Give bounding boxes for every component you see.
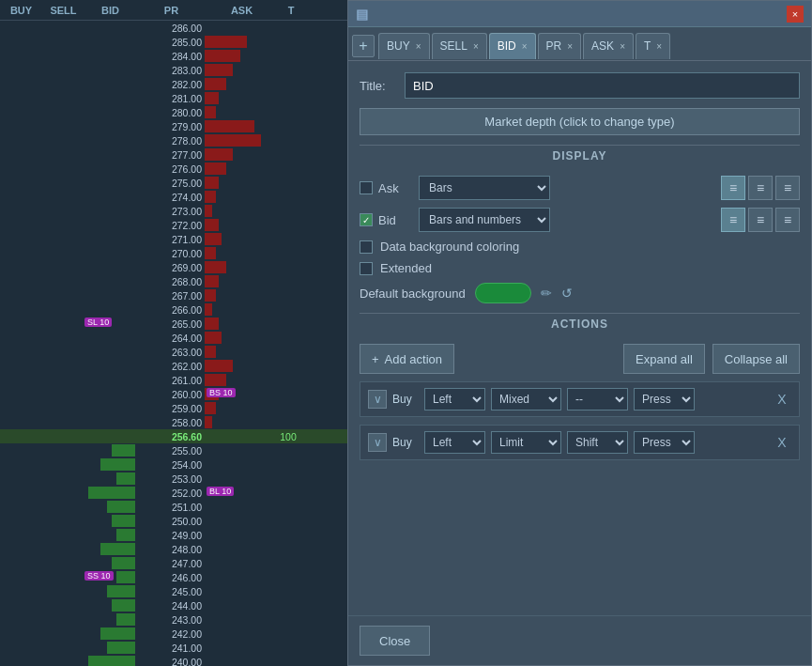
price-row: 251.00 (0, 500, 347, 514)
action-2-chevron[interactable]: ∨ (368, 433, 387, 452)
price-row: 286.00 (0, 21, 347, 35)
bid-align-buttons: ≡ ≡ ≡ (721, 208, 800, 232)
bid-align-left[interactable]: ≡ (721, 208, 745, 232)
action-1-order-type-dropdown[interactable]: Mixed Limit Market (491, 388, 561, 410)
price-row: 281.00 (0, 91, 347, 105)
close-section: Close (348, 615, 811, 665)
action-1-modifier-dropdown[interactable]: -- Shift Ctrl Alt (567, 388, 628, 410)
tab-ask-close[interactable]: × (620, 41, 625, 52)
market-depth-type-button[interactable]: Market depth (click to change type) (360, 108, 800, 135)
dialog-content: Title: Market depth (click to change typ… (348, 61, 811, 615)
col-pr: PR (136, 5, 207, 16)
tab-buy[interactable]: BUY × (378, 33, 430, 59)
ask-align-right[interactable]: ≡ (775, 176, 800, 200)
extended-row: Extended (360, 261, 800, 275)
dialog-close-button[interactable]: × (787, 6, 804, 23)
price-row: 285.00 (0, 35, 347, 49)
ask-display-dropdown[interactable]: Bars Numbers Bars and numbers (419, 176, 550, 200)
price-row: 266.00 (0, 302, 347, 317)
tab-t[interactable]: T × (636, 33, 670, 59)
collapse-all-button[interactable]: Collapse all (712, 344, 800, 374)
tab-bid-close[interactable]: × (522, 41, 528, 52)
bid-label: Bid (378, 213, 411, 227)
display-section: Ask Bars Numbers Bars and numbers ≡ ≡ ≡ … (360, 176, 800, 303)
price-row: 278.00 (0, 133, 347, 147)
action-2-button-dropdown[interactable]: Left Right (424, 431, 485, 454)
price-row: 250.00 (0, 514, 347, 528)
price-row: 269.00 (0, 260, 347, 274)
tab-buy-close[interactable]: × (416, 41, 421, 52)
action-2-remove-button[interactable]: X (773, 435, 791, 450)
tab-t-close[interactable]: × (656, 41, 662, 52)
action-2-press-dropdown[interactable]: Press Release (634, 431, 695, 454)
bid-checkbox[interactable] (360, 213, 373, 226)
action-2-type: Buy (392, 436, 419, 449)
price-row: 260.00BS 10 (0, 387, 347, 401)
dialog-title-icon: ▤ (356, 7, 368, 22)
ask-align-center[interactable]: ≡ (748, 176, 773, 200)
extended-checkbox[interactable] (360, 262, 373, 275)
price-row: 273.00 (0, 204, 347, 218)
default-background-color-swatch[interactable] (475, 283, 531, 303)
price-row: 259.00 (0, 401, 347, 415)
action-row-1: ∨ Buy Left Right Mixed Limit Market -- S… (360, 381, 800, 417)
title-field-input[interactable] (405, 72, 800, 99)
price-row: 264.00 (0, 331, 347, 345)
expand-all-button[interactable]: Expand all (623, 344, 705, 374)
price-row: 242.00 (0, 627, 347, 641)
default-background-reset-button[interactable]: ↺ (561, 286, 573, 301)
price-row: 263.00 (0, 345, 347, 359)
tab-sell[interactable]: SELL × (432, 33, 487, 59)
title-field-label: Title: (360, 79, 397, 93)
action-1-chevron[interactable]: ∨ (368, 390, 387, 409)
add-action-label: Add action (385, 352, 442, 366)
price-row: 240.00 (0, 655, 347, 666)
col-sell: SELL (42, 5, 84, 16)
ask-row: Ask Bars Numbers Bars and numbers ≡ ≡ ≡ (360, 176, 800, 200)
tab-sell-close[interactable]: × (473, 41, 479, 52)
tab-bid[interactable]: BID × (489, 33, 536, 59)
tab-pr[interactable]: PR × (538, 33, 582, 59)
price-row: 244.00 (0, 598, 347, 612)
settings-dialog: ▤ × + BUY × SELL × BID × PR × ASK × T × (347, 0, 812, 666)
ask-checkbox-wrap: Ask (360, 181, 411, 195)
price-row: 261.00 (0, 373, 347, 387)
dialog-titlebar: ▤ × (348, 1, 811, 27)
ask-align-buttons: ≡ ≡ ≡ (721, 176, 800, 200)
add-action-button[interactable]: + Add action (360, 344, 454, 374)
bid-row: Bid Bars Numbers Bars and numbers ≡ ≡ ≡ (360, 208, 800, 232)
bid-display-dropdown[interactable]: Bars Numbers Bars and numbers (419, 208, 550, 232)
price-row: SL 10265.00 (0, 317, 347, 331)
tab-pr-close[interactable]: × (567, 41, 573, 52)
price-row: 283.00 (0, 63, 347, 77)
close-button[interactable]: Close (360, 626, 430, 656)
default-background-edit-button[interactable]: ✏ (541, 286, 552, 301)
bid-align-center[interactable]: ≡ (748, 208, 773, 232)
action-1-button-dropdown[interactable]: Left Right (424, 388, 485, 410)
ask-align-left[interactable]: ≡ (721, 176, 745, 200)
bid-align-right[interactable]: ≡ (775, 208, 800, 232)
price-row: 279.00 (0, 119, 347, 133)
price-row: 284.00 (0, 49, 347, 63)
price-row: 241.00 (0, 641, 347, 655)
display-section-header: DISPLAY (360, 145, 800, 166)
tab-ask[interactable]: ASK × (583, 33, 634, 59)
action-1-press-dropdown[interactable]: Press Release (634, 388, 695, 410)
actions-toolbar: + Add action Expand all Collapse all (360, 344, 800, 374)
tab-add-button[interactable]: + (352, 35, 375, 57)
action-2-order-type-dropdown[interactable]: Mixed Limit Market (491, 431, 561, 454)
price-row: 270.00 (0, 246, 347, 260)
action-2-modifier-dropdown[interactable]: -- Shift Ctrl Alt (567, 431, 628, 454)
action-1-remove-button[interactable]: X (773, 392, 791, 407)
data-bg-coloring-row: Data background coloring (360, 240, 800, 254)
price-row: 267.00 (0, 288, 347, 302)
ask-checkbox[interactable] (360, 181, 373, 194)
price-row: 249.00 (0, 528, 347, 542)
price-grid: 286.00285.00284.00283.00282.00281.00280.… (0, 21, 347, 666)
price-row: 271.00 (0, 232, 347, 246)
actions-section: + Add action Expand all Collapse all ∨ B… (360, 344, 800, 460)
extended-label: Extended (380, 261, 432, 275)
data-bg-coloring-checkbox[interactable] (360, 240, 373, 254)
col-buy: BUY (0, 5, 42, 16)
price-row: 274.00 (0, 190, 347, 204)
